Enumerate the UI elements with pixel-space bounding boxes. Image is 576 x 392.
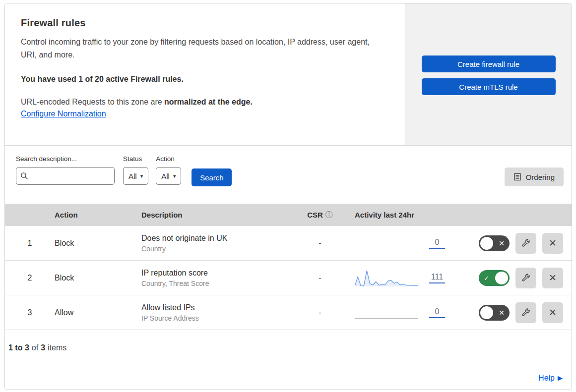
rule-controls: ✓ ✕ <box>464 268 572 288</box>
action-label: Action <box>156 155 181 163</box>
search-label: Search description... <box>16 155 115 163</box>
firewall-rules-card: Firewall rules Control incoming traffic … <box>4 3 572 390</box>
rule-description-title: Allow listed IPs <box>141 303 298 312</box>
page-description: Control incoming traffic to your zone by… <box>21 36 385 62</box>
toggle-check-icon: ✓ <box>484 275 489 281</box>
wrench-icon <box>521 238 531 248</box>
action-dropdown[interactable]: All ▾ <box>156 167 181 185</box>
status-dropdown[interactable]: All ▾ <box>123 167 148 185</box>
header-activity: Activity last 24hr <box>342 211 464 219</box>
rule-controls: ✕ ✕ <box>464 302 572 323</box>
activity-count-link[interactable]: 0 <box>429 238 445 249</box>
status-filter-group: Status All ▾ <box>123 155 148 185</box>
chevron-down-icon: ▾ <box>140 173 143 179</box>
normalization-bold: normalized at the edge. <box>164 98 253 106</box>
info-icon[interactable]: ⓘ <box>325 210 333 220</box>
toggle-knob <box>480 237 493 250</box>
sparkline-chart <box>355 269 418 287</box>
toggle-knob <box>480 306 493 319</box>
rule-priority: 3 <box>5 308 55 317</box>
rule-description: Allow listed IPs IP Source Address <box>141 303 298 322</box>
header-csr: CSR ⓘ <box>298 210 342 220</box>
wrench-icon <box>521 308 531 318</box>
activity-flatline <box>355 307 418 319</box>
items-word: items <box>48 343 66 352</box>
edit-rule-button[interactable] <box>515 268 536 288</box>
rule-priority: 1 <box>5 239 55 248</box>
page-title: Firewall rules <box>21 17 385 29</box>
toggle-x-icon: ✕ <box>499 240 505 247</box>
table-row: 1 Block Does not originate in UK Country… <box>5 226 572 261</box>
status-label: Status <box>123 155 148 163</box>
edit-rule-button[interactable] <box>515 233 536 254</box>
chevron-down-icon: ▾ <box>173 173 176 179</box>
rule-activity: 0 <box>342 237 464 249</box>
table-header: Action Description CSR ⓘ Activity last 2… <box>5 204 572 226</box>
activity-flatline <box>355 237 418 249</box>
rule-enable-toggle[interactable]: ✕ <box>479 305 510 321</box>
rule-activity: 0 <box>342 307 464 319</box>
close-icon: ✕ <box>549 237 557 249</box>
pagination-summary: 1 to 3 of 3 items <box>5 330 572 366</box>
rule-csr-value: - <box>298 274 342 282</box>
search-input[interactable] <box>31 172 110 180</box>
delete-rule-button[interactable]: ✕ <box>542 268 563 288</box>
ordering-label: Ordering <box>526 173 555 181</box>
create-mtls-rule-button[interactable]: Create mTLS rule <box>422 78 556 95</box>
rule-fields: Country, Threat Score <box>141 280 298 287</box>
rule-enable-toggle[interactable]: ✕ <box>479 235 510 251</box>
help-arrow-icon: ▶ <box>558 374 563 382</box>
intro-text-panel: Firewall rules Control incoming traffic … <box>5 3 405 145</box>
activity-count-link[interactable]: 111 <box>429 273 445 283</box>
of-word: of <box>32 343 38 352</box>
rule-activity: 111 <box>342 269 464 287</box>
rule-fields: Country <box>141 245 298 253</box>
items-range: 1 to 3 <box>8 343 29 352</box>
search-group: Search description... <box>16 155 115 185</box>
rule-action: Block <box>55 239 141 248</box>
search-button[interactable]: Search <box>192 168 232 186</box>
rule-action: Block <box>55 274 141 282</box>
rule-csr-value: - <box>298 239 342 248</box>
normalization-text: URL-encoded Requests to this zone are no… <box>21 98 385 107</box>
rule-fields: IP Source Address <box>141 314 298 322</box>
intro-section: Firewall rules Control incoming traffic … <box>5 3 572 146</box>
create-firewall-rule-button[interactable]: Create firewall rule <box>422 56 556 72</box>
delete-rule-button[interactable]: ✕ <box>542 233 563 254</box>
rule-controls: ✕ ✕ <box>464 233 572 254</box>
rule-description: IP reputation score Country, Threat Scor… <box>141 269 298 287</box>
activity-count-link[interactable]: 0 <box>429 307 445 318</box>
close-icon: ✕ <box>549 307 557 318</box>
rule-description: Does not originate in UK Country <box>141 234 298 253</box>
table-row: 2 Block IP reputation score Country, Thr… <box>5 261 572 295</box>
status-value: All <box>128 172 137 180</box>
rule-csr-value: - <box>298 308 342 317</box>
help-footer: Help ▶ <box>5 366 572 390</box>
edit-rule-button[interactable] <box>515 302 536 323</box>
toggle-knob <box>495 272 508 284</box>
rule-description-title: Does not originate in UK <box>141 234 298 243</box>
rule-enable-toggle[interactable]: ✓ <box>479 270 510 286</box>
header-action: Action <box>55 211 141 219</box>
activity-sparkline <box>355 269 418 287</box>
table-row: 3 Allow Allow listed IPs IP Source Addre… <box>5 295 572 330</box>
delete-rule-button[interactable]: ✕ <box>542 302 563 323</box>
search-icon <box>20 172 28 180</box>
usage-notice: You have used 1 of 20 active Firewall ru… <box>21 75 385 84</box>
rule-description-title: IP reputation score <box>141 269 298 278</box>
toggle-x-icon: ✕ <box>499 309 505 316</box>
help-link[interactable]: Help ▶ <box>538 374 563 383</box>
ordering-list-icon <box>513 173 521 181</box>
wrench-icon <box>521 273 531 283</box>
help-label: Help <box>538 374 555 383</box>
filter-bar: Search description... Status All ▾ Actio… <box>5 146 572 204</box>
ordering-button[interactable]: Ordering <box>505 168 564 186</box>
search-box[interactable] <box>16 167 115 185</box>
close-icon: ✕ <box>549 272 557 283</box>
csr-label: CSR <box>307 211 323 219</box>
action-value: All <box>161 172 170 180</box>
configure-normalization-link[interactable]: Configure Normalization <box>21 110 106 118</box>
rule-action: Allow <box>55 308 141 317</box>
items-total: 3 <box>41 343 45 352</box>
normalization-prefix: URL-encoded Requests to this zone are <box>21 98 164 106</box>
